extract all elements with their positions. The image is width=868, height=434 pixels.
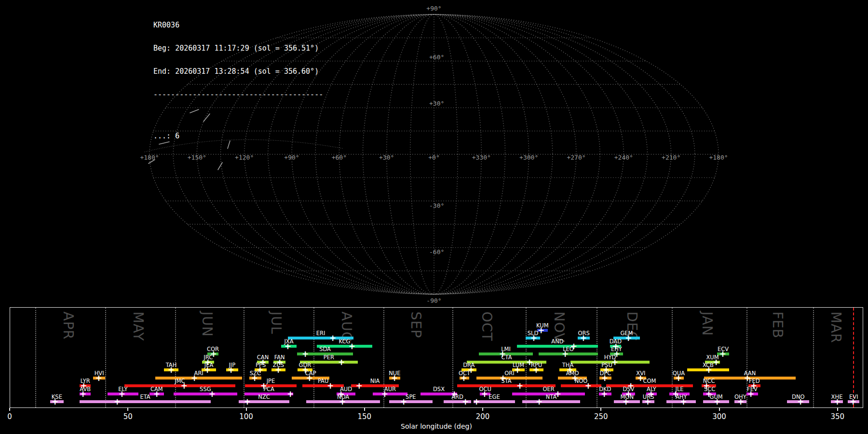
- shower-peak-marker: +: [516, 383, 523, 388]
- shower-peak-marker: +: [251, 376, 258, 380]
- axis-tick: [9, 408, 10, 411]
- longitude-label: +300°: [519, 154, 538, 161]
- shower-code-label: OER: [542, 386, 554, 393]
- shower-peak-marker: +: [601, 392, 608, 396]
- shower-peak-marker: +: [339, 399, 346, 404]
- latitude-label: -60°: [429, 248, 444, 256]
- station-info: KR0036 Beg: 20260317 11:17:29 (sol = 356…: [153, 6, 323, 155]
- month-boundary-line: [313, 308, 314, 407]
- shower-peak-marker: +: [306, 376, 313, 380]
- shower-peak-marker: +: [52, 399, 58, 404]
- latitude-label: -90°: [426, 297, 441, 304]
- axis-tick-label: 150: [357, 412, 371, 421]
- month-label: APR: [60, 312, 76, 340]
- month-boundary-line: [597, 308, 597, 407]
- longitude-label: +270°: [567, 154, 585, 161]
- axis-tick-label: 50: [123, 412, 133, 421]
- longitude-label: +30°: [379, 154, 394, 161]
- shower-peak-marker: +: [461, 376, 467, 380]
- shower-code-label: NZC: [258, 393, 270, 400]
- shower-peak-marker: +: [327, 383, 334, 388]
- shower-peak-marker: +: [680, 399, 687, 404]
- longitude-label: +60°: [332, 154, 347, 161]
- shower-peak-marker: +: [644, 399, 651, 404]
- shower-peak-marker: +: [285, 344, 291, 349]
- shower-peak-marker: +: [514, 367, 521, 372]
- shower-peak-marker: +: [391, 376, 398, 380]
- shower-code-label: NIA: [370, 378, 380, 384]
- shower-code-label: EGE: [488, 393, 500, 400]
- shower-code-label: SPE: [406, 393, 416, 400]
- month-label: JUL: [268, 312, 284, 334]
- sky-map: +180°+150°+120°+90°+60°+30°+0°+330°+300°…: [0, 0, 868, 307]
- shower-peak-marker: +: [562, 352, 569, 356]
- month-boundary-line: [105, 308, 106, 407]
- axis-tick: [482, 408, 483, 411]
- axis-tick-label: 100: [239, 412, 253, 421]
- shower-activity-bar: [80, 400, 211, 403]
- shower-activity-bar: [389, 400, 433, 403]
- shower-peak-marker: +: [168, 367, 175, 372]
- shower-peak-marker: +: [204, 367, 211, 372]
- shower-peak-marker: +: [80, 392, 86, 396]
- axis-tick-label: 250: [594, 412, 608, 421]
- axis-tick: [837, 408, 838, 411]
- current-sol-marker: [853, 308, 854, 407]
- shower-code-label: DSX: [433, 386, 445, 393]
- longitude-label: +180°: [709, 154, 728, 161]
- x-axis-title: Solar longitude (deg): [401, 422, 472, 430]
- shower-peak-marker: +: [191, 376, 198, 380]
- month-boundary-line: [35, 308, 36, 407]
- shower-peak-marker: +: [275, 367, 282, 372]
- shower-peak-marker: +: [834, 399, 841, 404]
- shower-peak-marker: +: [705, 367, 712, 372]
- axis-tick-label: 0: [7, 412, 12, 421]
- axis-tick: [246, 408, 247, 411]
- shower-peak-marker: +: [95, 376, 102, 380]
- month-label: OCT: [479, 312, 495, 341]
- shower-peak-marker: +: [244, 399, 251, 404]
- shower-peak-marker: +: [850, 399, 856, 404]
- shower-peak-marker: +: [747, 392, 754, 396]
- shower-peak-marker: +: [114, 399, 121, 404]
- shower-peak-marker: +: [625, 336, 632, 340]
- shower-peak-marker: +: [611, 360, 618, 365]
- shower-peak-marker: +: [153, 392, 160, 396]
- shower-peak-marker: +: [462, 399, 469, 404]
- shower-code-label: AND: [551, 338, 563, 345]
- longitude-label: +210°: [662, 154, 680, 161]
- shower-code-label: PER: [324, 354, 334, 361]
- activity-timeline-panel: APRMAYJUNJULAUGSEPOCTNOVDECJANFEBMARKUM+…: [10, 307, 863, 408]
- shower-code-label: NTA: [546, 393, 557, 400]
- shower-code-label: ETA: [140, 393, 150, 400]
- shower-peak-marker: +: [797, 399, 804, 404]
- month-label: JUN: [199, 312, 215, 337]
- shower-code-label: COM: [643, 378, 656, 384]
- shower-peak-marker: +: [713, 360, 719, 365]
- shower-peak-marker: +: [714, 399, 720, 404]
- shower-code-label: CTA: [502, 354, 512, 361]
- month-label: FEB: [770, 312, 786, 339]
- shower-peak-marker: +: [329, 336, 336, 340]
- axis-tick-label: 200: [476, 412, 490, 421]
- observation-begin: Beg: 20260317 11:17:29 (sol = 356.51°): [153, 44, 323, 52]
- month-label: MAY: [130, 312, 146, 341]
- shower-peak-marker: +: [209, 392, 216, 396]
- shower-peak-marker: +: [119, 392, 125, 396]
- shower-code-label: SDA: [319, 346, 331, 353]
- shower-peak-marker: +: [719, 352, 726, 356]
- shower-activity-bar: [373, 393, 407, 395]
- shower-peak-marker: +: [585, 383, 592, 388]
- shower-code-label: ERI: [316, 330, 326, 337]
- month-label: MAR: [828, 312, 844, 343]
- station-code: KR0036: [153, 21, 323, 29]
- meteor-count: ...: 6: [153, 132, 323, 140]
- shower-activity-bar: [155, 377, 242, 380]
- shower-peak-marker: +: [623, 399, 629, 404]
- shower-peak-marker: +: [481, 392, 488, 396]
- observation-end: End: 20260317 13:28:54 (sol = 356.60°): [153, 68, 323, 75]
- shower-peak-marker: +: [287, 392, 294, 396]
- figure: +180°+150°+120°+90°+60°+30°+0°+330°+300°…: [0, 0, 868, 434]
- shower-peak-marker: +: [338, 360, 345, 365]
- shower-activity-bar: [124, 384, 235, 387]
